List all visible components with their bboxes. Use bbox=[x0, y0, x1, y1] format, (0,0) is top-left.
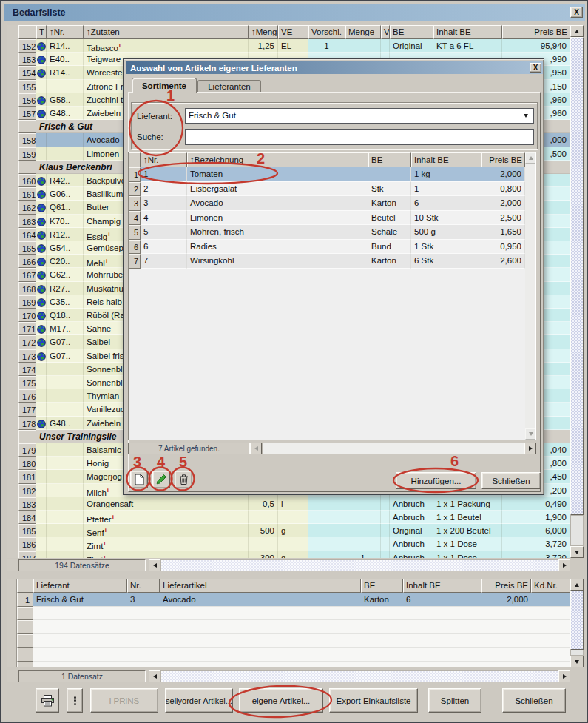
cell-ve[interactable]: EL bbox=[278, 39, 308, 53]
column-header[interactable] bbox=[129, 152, 141, 167]
cell-p[interactable]: 2,600 bbox=[481, 254, 525, 269]
cell-ve[interactable]: g bbox=[278, 524, 308, 537]
row-number[interactable]: 161 bbox=[18, 187, 36, 201]
column-header[interactable]: Nr. bbox=[127, 579, 160, 593]
cell-nr[interactable] bbox=[47, 484, 84, 497]
scroll-up-arrow[interactable] bbox=[570, 25, 584, 37]
cell-t[interactable] bbox=[36, 241, 47, 255]
row-number[interactable]: 5 bbox=[129, 225, 141, 240]
column-header[interactable]: Lieferant bbox=[33, 579, 127, 593]
cell-t[interactable] bbox=[36, 174, 47, 187]
scroll-thumb[interactable] bbox=[570, 37, 584, 515]
cell-m[interactable]: 500 bbox=[249, 524, 278, 537]
cell-nr[interactable] bbox=[47, 403, 84, 416]
cell-v[interactable] bbox=[381, 551, 390, 558]
empty-row[interactable] bbox=[33, 648, 570, 662]
column-header[interactable]: Preis BE bbox=[481, 579, 531, 593]
column-header[interactable]: T bbox=[36, 25, 47, 39]
cell-t[interactable] bbox=[36, 133, 47, 147]
column-header[interactable]: VE bbox=[278, 25, 308, 39]
suche-input[interactable] bbox=[185, 129, 534, 145]
column-header[interactable]: Kd.Nr. bbox=[531, 579, 570, 593]
row-number[interactable]: 173 bbox=[18, 349, 36, 363]
cell-bez[interactable]: Tomaten bbox=[187, 167, 368, 182]
row-number[interactable]: 185 bbox=[18, 524, 36, 537]
cell-be[interactable]: Anbruch bbox=[390, 497, 433, 511]
cell-t[interactable] bbox=[36, 511, 47, 524]
cell-v[interactable] bbox=[381, 511, 390, 524]
row-number[interactable]: 186 bbox=[18, 537, 36, 551]
cell-ve[interactable] bbox=[278, 537, 308, 551]
cell-ih[interactable]: KT a 6 FL bbox=[433, 39, 502, 53]
dropdown-arrow-icon[interactable] bbox=[524, 114, 528, 118]
row-number[interactable]: 182 bbox=[18, 484, 36, 497]
cell-nr[interactable]: G62.. bbox=[47, 268, 84, 281]
scroll-track[interactable] bbox=[570, 650, 584, 656]
column-header[interactable]: Lieferartikel bbox=[160, 579, 361, 593]
column-header[interactable]: ↑Nr. bbox=[141, 152, 187, 167]
empty-row[interactable] bbox=[33, 620, 570, 634]
cell-t[interactable] bbox=[36, 537, 47, 551]
column-header[interactable]: BE bbox=[390, 25, 433, 39]
cell-bez[interactable]: Wirsingkohl bbox=[187, 254, 368, 269]
cell-be[interactable]: Anbruch bbox=[390, 551, 433, 558]
cell-t[interactable] bbox=[36, 66, 47, 79]
cell-be[interactable]: Original bbox=[390, 39, 433, 53]
cell-t[interactable] bbox=[36, 107, 47, 120]
row-number[interactable]: 181 bbox=[18, 470, 36, 483]
column-header[interactable]: Inhalt BE bbox=[433, 25, 502, 39]
cell-v[interactable] bbox=[381, 497, 390, 511]
scroll-up-arrow[interactable] bbox=[570, 579, 584, 591]
cell-t[interactable] bbox=[36, 309, 47, 322]
cell-nr[interactable]: 1 bbox=[141, 167, 187, 182]
splitten-button[interactable]: Splitten bbox=[428, 688, 481, 713]
scroll-down-arrow[interactable] bbox=[570, 656, 584, 667]
row-number[interactable]: 4 bbox=[129, 211, 141, 226]
cell-p[interactable]: 2,500 bbox=[481, 211, 525, 226]
cell-p[interactable]: 2,000 bbox=[481, 167, 525, 182]
cell-nr[interactable] bbox=[47, 376, 84, 389]
row-number[interactable]: 184 bbox=[18, 511, 36, 524]
cell-m[interactable] bbox=[249, 537, 278, 551]
row-number[interactable]: 187 bbox=[18, 551, 36, 558]
scroll-down-arrow[interactable] bbox=[570, 546, 584, 558]
cell-p[interactable]: 6,000 bbox=[502, 524, 570, 537]
cell-t[interactable] bbox=[36, 215, 47, 228]
cell-t[interactable] bbox=[36, 228, 47, 241]
dialog-schliessen-button[interactable]: Schließen bbox=[481, 472, 541, 489]
cell-ve[interactable] bbox=[278, 511, 308, 524]
cell-ih[interactable]: 6 Stk bbox=[411, 254, 481, 269]
cell-t[interactable] bbox=[36, 147, 47, 161]
row-number[interactable]: 178 bbox=[18, 417, 36, 430]
cell-t[interactable] bbox=[36, 255, 47, 268]
cell-be[interactable]: Stk bbox=[368, 182, 411, 197]
row-number[interactable]: 1 bbox=[129, 167, 141, 182]
cell-nr[interactable]: 5 bbox=[141, 225, 187, 240]
cell-nr[interactable]: 2 bbox=[141, 182, 187, 197]
cell-nr[interactable] bbox=[47, 363, 84, 376]
column-header[interactable]: Preis BE bbox=[481, 152, 525, 167]
cell-t[interactable] bbox=[36, 551, 47, 558]
cell-t[interactable] bbox=[36, 93, 47, 107]
row-number[interactable]: 154 bbox=[18, 66, 36, 79]
cell-m2[interactable]: 1 bbox=[345, 551, 381, 558]
cell-ih[interactable]: 1 x 1 Packung bbox=[433, 497, 502, 511]
cell-t[interactable] bbox=[36, 335, 47, 349]
row-number[interactable]: 3 bbox=[129, 196, 141, 211]
row-number[interactable]: 162 bbox=[18, 201, 36, 214]
hinzufuegen-button[interactable]: Hinzufügen... bbox=[396, 472, 476, 489]
cell-p[interactable]: 3,720 bbox=[502, 537, 570, 551]
new-artikel-button[interactable] bbox=[130, 471, 148, 488]
column-header[interactable]: ↑Zutaten bbox=[84, 25, 249, 39]
scroll-left-arrow[interactable] bbox=[149, 559, 160, 571]
cell-kd[interactable] bbox=[531, 593, 570, 607]
column-header[interactable]: Inhalt BE bbox=[403, 579, 481, 593]
row-number[interactable]: 166 bbox=[18, 255, 36, 268]
row-number[interactable]: 1 bbox=[17, 593, 33, 607]
cell-p[interactable]: 2,000 bbox=[481, 196, 525, 211]
cell-m[interactable] bbox=[249, 511, 278, 524]
cell-nr[interactable]: Q18.. bbox=[47, 309, 84, 322]
cell-nr[interactable]: G06.. bbox=[47, 187, 84, 201]
cell-be[interactable]: Beutel bbox=[368, 211, 411, 226]
cell-nr[interactable]: 7 bbox=[141, 254, 187, 269]
